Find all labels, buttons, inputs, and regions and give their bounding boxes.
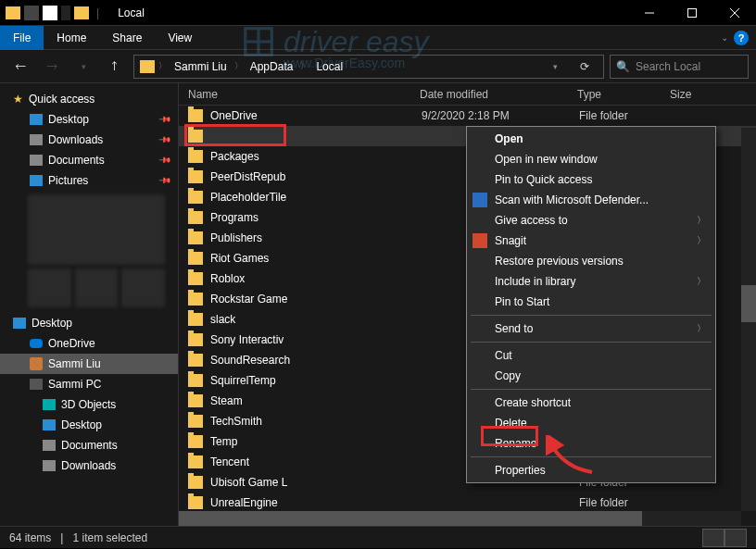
ctx-shortcut[interactable]: Create shortcut [467,393,715,413]
folder-icon [188,272,203,285]
desktop-root-node[interactable]: Desktop [0,313,178,333]
view-tab[interactable]: View [155,26,205,50]
up-button[interactable]: 🡑 [102,54,128,80]
file-name: SquirrelTemp [210,374,422,387]
ctx-copy[interactable]: Copy [467,366,715,386]
chevron-right-icon[interactable]: 〉 [158,60,167,72]
minimize-button[interactable] [628,0,671,26]
quick-access-node[interactable]: ★Quick access [0,89,178,109]
window-title: Local [118,6,145,19]
title-bar: | Local [0,0,756,26]
folder-icon [188,313,203,326]
file-tab[interactable]: File [0,26,44,50]
pictures-icon [30,175,43,186]
column-type[interactable]: Type [577,88,670,101]
file-type: File folder [579,496,672,509]
quick-desktop[interactable]: Desktop📌 [0,109,178,130]
folder-icon [188,170,203,183]
ctx-snagit[interactable]: Snagit〉 [467,231,715,251]
ctx-open[interactable]: Open [467,129,715,149]
recent-dropdown-icon[interactable]: ▾ [70,54,96,80]
onedrive-icon [30,339,43,348]
ribbon-expand-icon[interactable]: ⌄ [721,32,728,43]
folder-icon [188,150,203,163]
quick-downloads[interactable]: Downloads📌 [0,130,178,150]
ctx-rename[interactable]: Rename [467,433,715,454]
file-name: Steam [210,394,422,407]
ctx-cut[interactable]: Cut [467,345,715,366]
chevron-right-icon: 〉 [697,214,706,227]
column-name[interactable]: Name [188,88,420,101]
folder-icon [188,231,203,244]
back-button[interactable]: 🡐 [7,54,33,80]
ctx-open-new[interactable]: Open in new window [467,149,715,169]
ctx-delete[interactable]: Delete [467,413,715,433]
qat-icon[interactable] [24,6,39,20]
scroll-thumb[interactable] [741,285,756,322]
folder-icon [188,435,203,448]
app-icon [6,6,20,19]
maximize-button[interactable] [671,0,713,26]
tree-onedrive[interactable]: OneDrive [0,333,178,354]
view-details-button[interactable] [702,529,724,547]
column-size[interactable]: Size [670,88,691,101]
navigation-pane: ★Quick access Desktop📌 Downloads📌 Docume… [0,83,179,526]
file-name: Riot Games [210,252,422,265]
view-thumbnails-button[interactable] [724,529,747,547]
shield-icon [472,193,487,207]
quick-documents[interactable]: Documents📌 [0,150,178,170]
ctx-properties[interactable]: Properties [467,460,715,480]
file-name: Temp [210,435,422,448]
file-row[interactable]: UnrealEngineFile folder [179,493,756,513]
file-name: Publishers [210,231,422,244]
help-icon[interactable]: ? [734,31,749,45]
ctx-include-lib[interactable]: Include in library〉 [467,271,715,292]
tree-downloads[interactable]: Downloads [0,455,178,476]
horizontal-scrollbar[interactable] [179,511,741,526]
chevron-right-icon[interactable]: 〉 [234,60,243,72]
breadcrumb-item[interactable]: Local [312,60,346,73]
quick-pictures[interactable]: Pictures📌 [0,170,178,191]
vertical-scrollbar[interactable] [741,128,756,511]
scroll-thumb[interactable] [179,511,642,526]
refresh-icon[interactable]: ⟳ [572,54,598,80]
tree-pc[interactable]: Sammi PC [0,374,178,394]
separator [471,342,712,343]
breadcrumb-item[interactable]: AppData [246,60,297,73]
home-tab[interactable]: Home [44,26,99,50]
tree-desktop[interactable]: Desktop [0,415,178,435]
column-headers[interactable]: Name Date modified Type Size [179,83,756,106]
forward-button[interactable]: 🡒 [39,54,65,80]
qat-dropdown-icon[interactable] [61,6,70,20]
folder-icon [188,415,203,428]
share-tab[interactable]: Share [99,26,155,50]
ctx-scan[interactable]: Scan with Microsoft Defender... [467,190,715,210]
folder-icon [188,374,203,387]
search-input[interactable]: 🔍 Search Local [610,55,749,79]
ctx-give-access[interactable]: Give access to〉 [467,210,715,231]
address-dropdown-icon[interactable]: ▾ [542,54,568,80]
context-menu: Open Open in new window Pin to Quick acc… [466,126,716,483]
folder-icon [188,130,203,143]
chevron-right-icon[interactable]: 〉 [300,60,309,72]
documents-icon [43,440,56,451]
address-bar[interactable]: 〉 Sammi Liu 〉 AppData 〉 Local ▾ ⟳ [133,55,604,79]
ctx-restore[interactable]: Restore previous versions [467,251,715,271]
folder-icon [188,211,203,224]
file-name: SoundResearch [210,354,422,367]
ctx-pin-start[interactable]: Pin to Start [467,292,715,312]
tree-3dobjects[interactable]: 3D Objects [0,394,178,415]
column-date[interactable]: Date modified [420,88,577,101]
folder-icon [188,394,203,407]
breadcrumb-item[interactable]: Sammi Liu [170,60,231,73]
close-button[interactable] [713,0,756,26]
tree-documents[interactable]: Documents [0,435,178,455]
ctx-pin-qa[interactable]: Pin to Quick access [467,169,715,190]
tree-user[interactable]: Sammi Liu [0,354,178,374]
file-row[interactable]: OneDrive9/2/2020 2:18 PMFile folder [179,106,756,126]
pin-icon: 📌 [158,154,172,168]
ctx-send-to[interactable]: Send to〉 [467,318,715,339]
chevron-right-icon: 〉 [697,322,706,335]
svg-rect-2 [688,8,697,17]
qat-icon[interactable] [43,6,57,20]
